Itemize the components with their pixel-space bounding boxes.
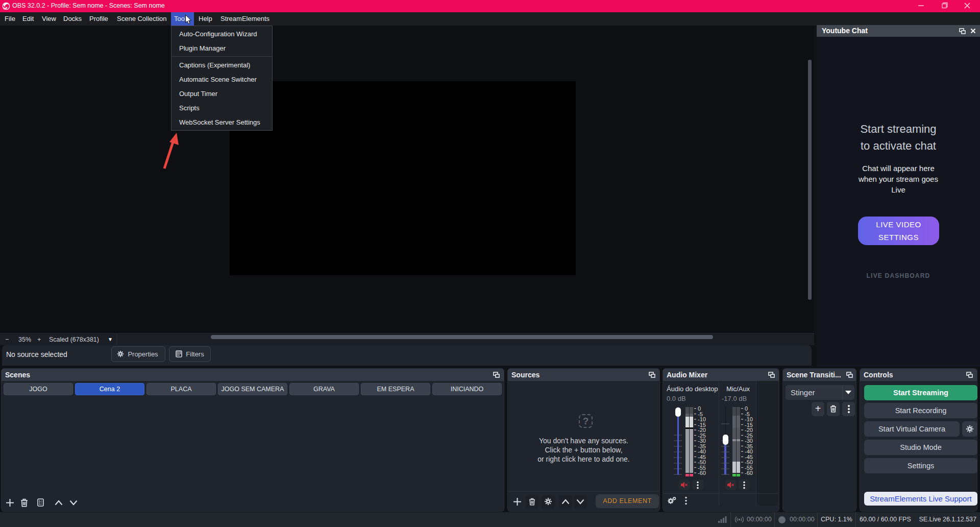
svg-text:-60: -60	[698, 470, 706, 476]
svg-text:-60: -60	[745, 470, 753, 476]
